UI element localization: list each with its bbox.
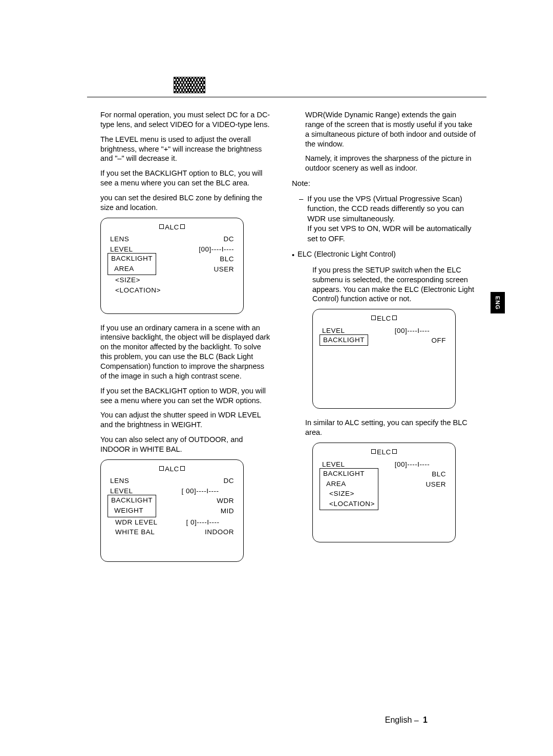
selection-box: BACKLIGHT AREA <SIZE> <LOCATION>: [320, 468, 378, 510]
paragraph: The LEVEL menu is used to adjust the ove…: [87, 135, 271, 164]
note-item: – If you use the VPS (Virtual Progressiv…: [292, 194, 476, 244]
menu-row: <SIZE>: [110, 275, 234, 285]
selection-box: BACKLIGHT WEIGHT: [108, 495, 156, 517]
menu-row: <LOCATION>: [110, 285, 234, 296]
menu-row: LENS DC: [110, 234, 234, 244]
language-tab: ENG: [491, 292, 505, 313]
note-label: Note:: [292, 178, 476, 188]
right-column: WDR(Wide Dynamic Range) extends the gain…: [292, 110, 476, 571]
menu-title: ALC: [110, 464, 234, 474]
menu-title: ALC: [110, 222, 234, 233]
paragraph: WDR(Wide Dynamic Range) extends the gain…: [292, 110, 476, 149]
paragraph: For normal operation, you must select DC…: [87, 110, 271, 130]
paragraph: Namely, it improves the sharpness of the…: [292, 154, 476, 173]
divider-line: [87, 97, 486, 97]
menu-title: ELC: [322, 447, 446, 457]
menu-title: ELC: [322, 313, 446, 324]
menu-row-selected: BACKLIGHT AREA <SIZE> <LOCATION> BLC USE…: [322, 469, 446, 510]
paragraph: you can set the desired BLC zone by defi…: [87, 193, 271, 213]
menu-row: LENS DC: [110, 476, 234, 486]
paragraph: If you press the SETUP switch when the E…: [292, 265, 476, 304]
paragraph: You can also select any of OUTDOOR, and …: [87, 435, 271, 454]
menu-row-selected: BACKLIGHT WEIGHT WDR MID: [110, 496, 234, 517]
menu-elc-off: ELC LEVEL [00]----I---- BACKLIGHT OFF: [312, 309, 456, 409]
paragraph: In similar to ALC setting, you can speci…: [292, 418, 476, 437]
paragraph: If you set the BACKLIGHT option to BLC, …: [87, 169, 271, 188]
hatched-logo: [174, 77, 205, 93]
menu-row-selected: BACKLIGHT AREA BLC USER: [110, 254, 234, 275]
columns: For normal operation, you must select DC…: [87, 110, 497, 571]
paragraph: If you set the BACKLIGHT option to WDR, …: [87, 386, 271, 406]
menu-alc-wdr: ALC LENS DC LEVEL [ 00]----I---- BACKLIG…: [100, 459, 244, 562]
bullet-elc: • ELC (Electronic Light Control): [292, 249, 476, 260]
selection-box: BACKLIGHT AREA: [108, 253, 156, 275]
menu-row-selected: BACKLIGHT OFF: [322, 335, 446, 346]
menu-elc-blc: ELC LEVEL [00]----I---- BACKLIGHT AREA <…: [312, 443, 456, 542]
manual-page: For normal operation, you must select DC…: [0, 0, 553, 756]
paragraph: You can adjust the shutter speed in WDR …: [87, 410, 271, 430]
page-footer: English – 1: [385, 716, 428, 725]
left-column: For normal operation, you must select DC…: [87, 110, 271, 571]
paragraph: If you use an ordinary camera in a scene…: [87, 323, 271, 381]
menu-row: WHITE BAL INDOOR: [110, 527, 234, 537]
selection-box: BACKLIGHT: [320, 334, 368, 346]
menu-row: WDR LEVEL [ 0]----I----: [110, 517, 234, 528]
menu-alc-blc: ALC LENS DC LEVEL [00]----I---- BACKLIGH…: [100, 218, 244, 314]
